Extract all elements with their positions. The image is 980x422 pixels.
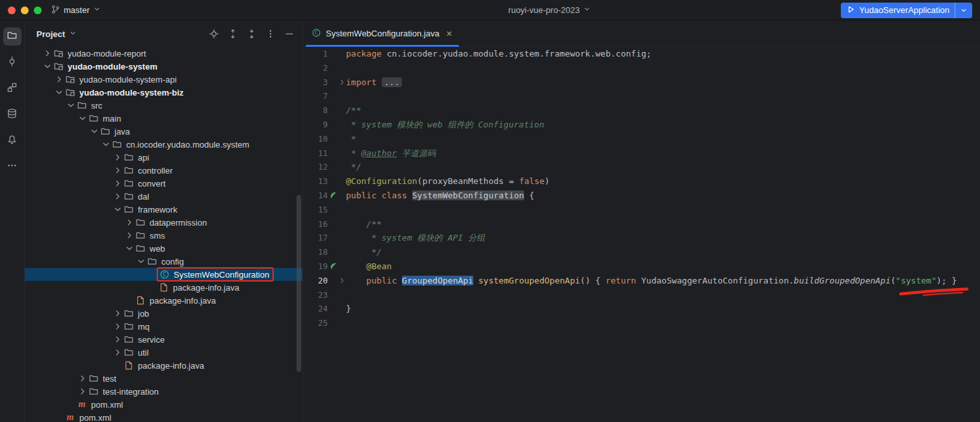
code-line[interactable]: 11 * @author 芋道源码 [303, 146, 980, 161]
chevron-down-icon[interactable] [77, 113, 88, 124]
code-line[interactable]: 25 [303, 316, 980, 330]
code-line[interactable]: 23 [303, 288, 980, 302]
close-tab-icon[interactable]: ✕ [446, 29, 453, 38]
line-number[interactable]: 23 [303, 288, 328, 302]
close-window-button[interactable] [8, 7, 16, 14]
expand-all-icon[interactable] [228, 29, 238, 39]
git-branch-widget[interactable]: master [51, 5, 101, 16]
tree-item[interactable]: test-integration [25, 385, 302, 398]
tree-item[interactable]: sms [25, 229, 302, 242]
chevron-down-icon[interactable] [112, 204, 124, 215]
spring-bean-gutter-icon[interactable] [328, 262, 339, 270]
activity-database-button[interactable] [3, 105, 21, 124]
code-line[interactable]: 2 [303, 61, 980, 75]
tree-item[interactable]: java [25, 125, 302, 138]
chevron-right-icon[interactable] [42, 48, 53, 59]
locate-icon[interactable] [209, 29, 219, 39]
code-line[interactable]: 8/** [303, 103, 980, 118]
tree-item[interactable]: util [25, 346, 302, 359]
line-number[interactable]: 18 [303, 245, 328, 259]
fold-arrow-icon[interactable] [339, 277, 346, 284]
activity-more-button[interactable] [3, 157, 21, 176]
tree-item[interactable]: dal [25, 190, 302, 203]
chevron-down-icon[interactable] [65, 100, 77, 111]
activity-commit-button[interactable] [3, 53, 21, 72]
line-number[interactable]: 13 [303, 174, 328, 189]
chevron-right-icon[interactable] [112, 178, 124, 189]
code-line[interactable]: 19 @Bean [303, 259, 980, 274]
chevron-down-icon[interactable] [124, 243, 135, 254]
code-line[interactable]: 20 public GroupedOpenApi systemGroupedOp… [303, 274, 980, 288]
chevron-down-icon[interactable] [42, 61, 53, 72]
code-line[interactable]: 15 [303, 203, 980, 217]
tree-item[interactable]: test [25, 372, 302, 385]
code-line[interactable]: 10 * [303, 132, 980, 146]
activity-project-button[interactable] [3, 27, 21, 46]
tree-item[interactable]: main [25, 112, 302, 125]
tree-item[interactable]: web [25, 242, 302, 255]
line-number[interactable]: 1 [303, 47, 328, 61]
chevron-down-icon[interactable] [135, 256, 147, 267]
tree-item[interactable]: yudao-module-system-biz [25, 86, 302, 99]
line-number[interactable]: 10 [303, 132, 328, 146]
tree-item[interactable]: CSystemWebConfiguration [25, 268, 302, 281]
tree-item[interactable]: yudao-module-system-api [25, 73, 302, 86]
run-button[interactable]: YudaoServerApplication [841, 3, 972, 18]
line-number[interactable]: 14 [303, 189, 328, 203]
tree-item[interactable]: config [25, 255, 302, 268]
line-number[interactable]: 2 [303, 61, 328, 75]
tree-item[interactable]: convert [25, 177, 302, 190]
tree-item[interactable]: package-info.java [25, 359, 302, 372]
project-scrollbar[interactable] [297, 195, 301, 372]
tree-item[interactable]: mpom.xml [25, 411, 302, 422]
code-line[interactable]: 18 */ [303, 245, 980, 259]
chevron-right-icon[interactable] [112, 347, 124, 358]
chevron-down-icon[interactable] [88, 126, 100, 137]
project-title-widget[interactable]: ruoyi-vue-pro-2023 [509, 5, 591, 15]
code-line[interactable]: 17 * system 模块的 API 分组 [303, 231, 980, 245]
tree-item[interactable]: datapermission [25, 216, 302, 229]
line-number[interactable]: 15 [303, 203, 328, 217]
line-number[interactable]: 19 [303, 259, 328, 274]
line-number[interactable]: 7 [303, 89, 328, 103]
run-dropdown-button[interactable] [955, 3, 972, 18]
line-number[interactable]: 8 [303, 103, 328, 118]
tree-item[interactable]: package-info.java [25, 294, 302, 307]
line-number[interactable]: 3 [303, 75, 328, 90]
line-number[interactable]: 17 [303, 231, 328, 245]
code-line[interactable]: 9 * system 模块的 web 组件的 Configuration [303, 118, 980, 132]
tree-item[interactable]: package-info.java [25, 281, 302, 294]
tree-item[interactable]: framework [25, 203, 302, 216]
chevron-right-icon[interactable] [53, 74, 65, 85]
line-number[interactable]: 9 [303, 118, 328, 132]
tree-item[interactable]: mq [25, 320, 302, 333]
code-line[interactable]: 13@Configuration(proxyBeanMethods = fals… [303, 174, 980, 189]
collapse-all-icon[interactable] [246, 29, 257, 39]
activity-notifications-button[interactable] [3, 131, 21, 150]
chevron-right-icon[interactable] [124, 217, 135, 228]
tree-item[interactable]: service [25, 333, 302, 346]
chevron-right-icon[interactable] [77, 373, 88, 384]
tree-item[interactable]: controller [25, 164, 302, 177]
activity-structure-button[interactable] [3, 79, 21, 98]
chevron-right-icon[interactable] [124, 230, 135, 241]
fold-arrow-icon[interactable] [339, 79, 346, 86]
chevron-down-icon[interactable] [100, 139, 112, 150]
minimize-window-button[interactable] [21, 7, 29, 14]
line-number[interactable]: 11 [303, 146, 328, 161]
more-vertical-icon[interactable] [265, 29, 276, 39]
chevron-right-icon[interactable] [112, 321, 124, 332]
tree-item[interactable]: mpom.xml [25, 398, 302, 411]
chevron-right-icon[interactable] [112, 308, 124, 319]
tree-item[interactable]: yudao-module-system [25, 60, 302, 73]
code-line[interactable]: 7 [303, 89, 980, 103]
code-line[interactable]: 3import ... [303, 75, 980, 90]
line-number[interactable]: 25 [303, 316, 328, 330]
hide-icon[interactable] [284, 29, 295, 39]
chevron-right-icon[interactable] [112, 191, 124, 202]
tree-item[interactable]: src [25, 99, 302, 112]
chevron-right-icon[interactable] [112, 152, 124, 163]
chevron-right-icon[interactable] [112, 334, 124, 345]
editor-tab[interactable]: C SystemWebConfiguration.java ✕ [306, 21, 459, 46]
code-line[interactable]: 24} [303, 302, 980, 316]
